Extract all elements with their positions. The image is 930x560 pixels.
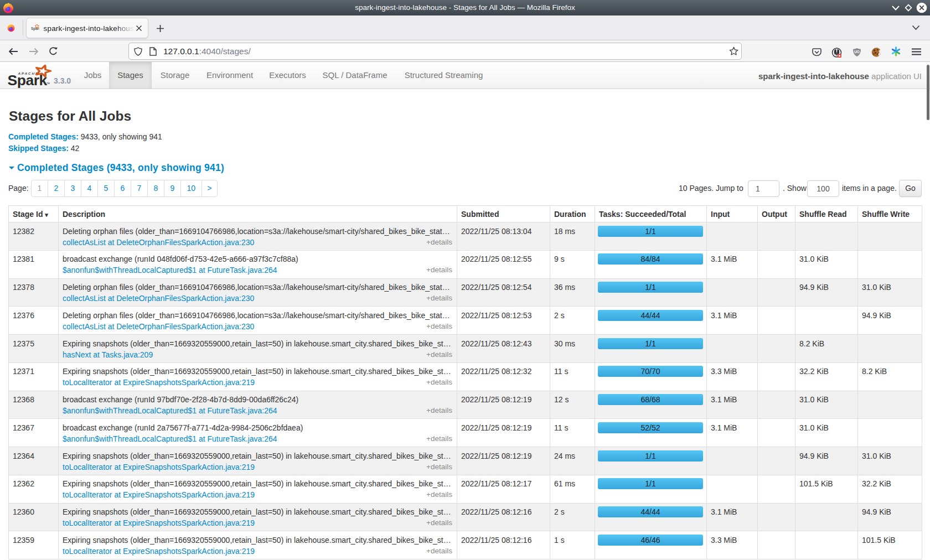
svg-text:UO: UO: [854, 50, 860, 54]
svg-text:TM: TM: [46, 82, 50, 85]
